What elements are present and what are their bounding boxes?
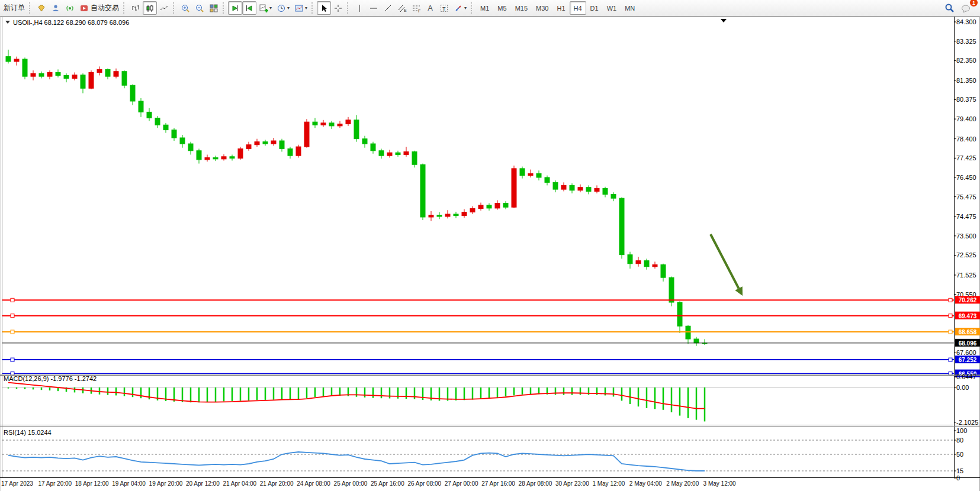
candle bbox=[180, 138, 185, 144]
label-tool-button[interactable]: T bbox=[437, 1, 451, 15]
svg-text:100: 100 bbox=[956, 427, 967, 434]
horizontal-line-tool-button[interactable] bbox=[367, 1, 381, 15]
chart-template-icon bbox=[294, 4, 304, 13]
svg-text:74.475: 74.475 bbox=[956, 213, 976, 220]
period-button[interactable]: ▾ bbox=[274, 1, 292, 15]
candle bbox=[454, 214, 458, 216]
show-left-panel-button[interactable] bbox=[228, 1, 242, 15]
autotrade-icon bbox=[79, 4, 89, 13]
zoom-in-icon bbox=[181, 4, 190, 13]
candle bbox=[404, 151, 409, 154]
new-order-button[interactable]: 新订单 bbox=[1, 1, 27, 15]
show-right-panel-button[interactable] bbox=[242, 1, 256, 15]
bar-chart-button[interactable] bbox=[128, 1, 143, 15]
candle bbox=[47, 72, 52, 76]
arrows-tool-button[interactable]: ▾ bbox=[451, 1, 469, 15]
dropdown-arrow-icon: ▾ bbox=[269, 5, 272, 11]
channel-tool-button[interactable]: E bbox=[395, 1, 409, 15]
person-icon bbox=[51, 4, 60, 13]
tf-h1-button[interactable]: H1 bbox=[552, 1, 569, 15]
candle bbox=[445, 214, 450, 217]
candle bbox=[346, 120, 351, 124]
tf-h4-button[interactable]: H4 bbox=[570, 1, 586, 15]
auto-trading-button[interactable]: 自动交易 bbox=[77, 1, 121, 15]
candlestick-chart-button[interactable] bbox=[143, 1, 157, 15]
svg-text:17 Apr 20:00: 17 Apr 20:00 bbox=[38, 480, 72, 487]
fibonacci-icon: F bbox=[412, 4, 421, 13]
svg-text:27 Apr 00:00: 27 Apr 00:00 bbox=[445, 480, 478, 487]
svg-text:21 Apr 20:00: 21 Apr 20:00 bbox=[260, 480, 294, 487]
text-tool-button[interactable]: A bbox=[423, 1, 437, 15]
candle bbox=[31, 73, 36, 76]
tf-d1-button[interactable]: D1 bbox=[586, 1, 603, 15]
candle bbox=[56, 72, 60, 75]
tf-m30-button[interactable]: M30 bbox=[532, 1, 552, 15]
panel-arrow-left-icon bbox=[245, 4, 254, 13]
toolbar-grip bbox=[173, 2, 176, 14]
cursor-tool-button[interactable] bbox=[317, 1, 331, 15]
candle bbox=[686, 326, 690, 339]
svg-text:73.500: 73.500 bbox=[956, 232, 976, 240]
new-chart-button[interactable]: ▾ bbox=[256, 1, 274, 15]
svg-text:80: 80 bbox=[956, 437, 963, 444]
notifications-button[interactable]: 1 bbox=[957, 1, 975, 15]
tf-m5-button[interactable]: M5 bbox=[493, 1, 510, 15]
candle bbox=[313, 122, 317, 125]
toolbar-grip bbox=[471, 2, 474, 14]
tf-mn-button[interactable]: MN bbox=[621, 1, 639, 15]
dropdown-arrow-icon: ▾ bbox=[287, 5, 290, 11]
tf-m1-button[interactable]: M1 bbox=[476, 1, 493, 15]
search-button[interactable] bbox=[942, 1, 957, 15]
candle bbox=[578, 188, 583, 190]
candle bbox=[105, 69, 110, 76]
candle bbox=[288, 148, 293, 156]
crosshair-tool-button[interactable] bbox=[331, 1, 345, 15]
zoom-out-button[interactable] bbox=[192, 1, 207, 15]
candle bbox=[163, 125, 168, 130]
candle bbox=[653, 264, 657, 266]
community-button[interactable] bbox=[49, 1, 63, 15]
svg-text:77.425: 77.425 bbox=[956, 154, 976, 161]
line-handle bbox=[11, 298, 14, 302]
signals-button[interactable] bbox=[63, 1, 77, 15]
editor-button[interactable] bbox=[34, 1, 49, 15]
candle bbox=[595, 188, 599, 191]
candle bbox=[661, 264, 666, 277]
vertical-line-tool-button[interactable] bbox=[352, 1, 367, 15]
svg-text:70.262: 70.262 bbox=[959, 297, 977, 303]
svg-text:69.473: 69.473 bbox=[959, 313, 977, 319]
candle bbox=[512, 169, 516, 207]
candle bbox=[636, 261, 641, 264]
candle bbox=[329, 123, 334, 126]
crosshair-icon bbox=[333, 4, 343, 13]
candle bbox=[628, 255, 632, 264]
line-chart-icon bbox=[159, 4, 169, 13]
toolbar-grip bbox=[223, 2, 226, 14]
candle bbox=[487, 205, 491, 208]
candle bbox=[379, 151, 384, 156]
trendline-tool-button[interactable] bbox=[381, 1, 395, 15]
svg-text:-2.1025: -2.1025 bbox=[956, 419, 978, 426]
svg-text:19 Apr 20:00: 19 Apr 20:00 bbox=[149, 480, 183, 487]
fibonacci-tool-button[interactable]: F bbox=[409, 1, 423, 15]
svg-text:30 Apr 23:00: 30 Apr 23:00 bbox=[555, 480, 589, 487]
zoom-in-button[interactable] bbox=[178, 1, 192, 15]
tile-windows-button[interactable] bbox=[207, 1, 221, 15]
templates-button[interactable]: ▾ bbox=[292, 1, 310, 15]
candle bbox=[462, 212, 467, 216]
candle bbox=[470, 209, 475, 212]
candle bbox=[81, 75, 85, 88]
svg-text:F: F bbox=[418, 9, 420, 13]
chart-canvas[interactable]: 84.30083.32582.35081.35080.37579.40078.4… bbox=[0, 17, 980, 491]
candle bbox=[23, 59, 27, 76]
svg-text:25 Apr 16:00: 25 Apr 16:00 bbox=[371, 480, 404, 487]
candle bbox=[603, 188, 608, 194]
candle bbox=[238, 148, 243, 158]
svg-text:2 May 04:00: 2 May 04:00 bbox=[629, 480, 662, 487]
candle bbox=[694, 339, 699, 343]
zoom-out-icon bbox=[195, 4, 204, 13]
tf-w1-button[interactable]: W1 bbox=[603, 1, 621, 15]
line-chart-button[interactable] bbox=[157, 1, 171, 15]
toolbar-grip bbox=[123, 2, 127, 14]
tf-m15-button[interactable]: M15 bbox=[511, 1, 532, 15]
